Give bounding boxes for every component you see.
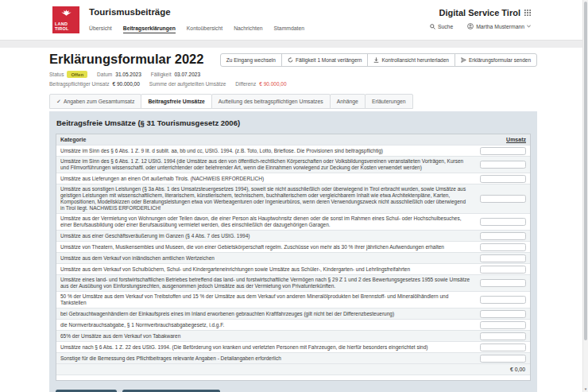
search-button[interactable]: Suche xyxy=(430,24,453,29)
umsatz-input[interactable] xyxy=(480,296,526,304)
umsatz-table: Kategorie Umsatz Umsätze im Sinn des § 6… xyxy=(56,134,531,381)
category-text: Umsätze aus Lieferungen an einen Ort auß… xyxy=(56,174,474,184)
col-kategorie: Kategorie xyxy=(56,134,474,145)
tab-gesamtumsatz[interactable]: ✓ Angaben zum Gesamtumsatz xyxy=(49,94,141,109)
category-text: Umsätze aus der Vermietung von Wohnungen… xyxy=(56,214,474,230)
umsatz-input[interactable] xyxy=(480,332,526,340)
form-tabs: ✓ Angaben zum Gesamtumsatz Beitragsfreie… xyxy=(49,94,537,109)
table-row: Umsätze aus der Vermietung von Wohnungen… xyxy=(56,213,530,230)
scrollbar-down-arrow[interactable]: ▼ xyxy=(583,386,588,392)
table-row: 50 % der Umsätze aus dem Verkauf von Tre… xyxy=(56,291,530,308)
logo-text: LAND TIROL xyxy=(52,21,79,31)
scrollbar[interactable]: ▼ xyxy=(582,0,588,392)
table-row: Umsätze aus dem Verkauf von Schulbüchern… xyxy=(56,263,530,274)
nav-item-nachrichten[interactable]: Nachrichten xyxy=(234,25,262,33)
umsatz-input[interactable] xyxy=(480,243,526,251)
table-total-row: € 0,00 xyxy=(56,363,530,375)
category-text: Umsätze nach § 6 Abs. 1 Z. 22 des UStG. … xyxy=(56,343,474,352)
umsatz-input[interactable] xyxy=(480,175,526,183)
land-tirol-logo: LAND TIROL xyxy=(52,6,79,33)
user-icon xyxy=(467,23,474,29)
table-footer-row xyxy=(56,375,530,380)
app-grid-icon[interactable] xyxy=(524,10,531,16)
extend-due-date-button[interactable]: Fälligkeit 1 Monat verlängern xyxy=(281,53,368,67)
tab-anhaenge[interactable]: Anhänge xyxy=(330,94,366,109)
beitragsfreie-umsaetze-panel: Beitragsfreie Umsätze (§ 31 Tourismusges… xyxy=(49,111,537,392)
umsatz-input[interactable] xyxy=(480,321,526,329)
service-title: Digital Service Tirol xyxy=(439,8,520,17)
table-row: Sonstige für die Bemessung des Pflichtbe… xyxy=(56,352,530,363)
refresh-icon xyxy=(288,57,293,63)
faelligkeit-value: 03.07.2023 xyxy=(174,72,200,77)
umsatz-input[interactable] xyxy=(480,254,526,262)
table-row: die Normverbrauchsabgabe, § 1 Normverbra… xyxy=(56,319,530,330)
category-text: Sonstige für die Bemessung des Pflichtbe… xyxy=(56,354,474,363)
status-badge: Offen xyxy=(67,71,87,78)
table-row: Umsätze im Sinn des § 6 Abs. 1 Z. 9 lit.… xyxy=(56,145,530,156)
category-text: Umsätze aus einer Geschäftsveräußerung i… xyxy=(56,231,474,241)
chevron-down-icon xyxy=(527,25,531,28)
category-text: Umsätze aus dem Verkauf von Schulbüchern… xyxy=(56,265,474,274)
switch-to-inbox-button[interactable]: Zu Eingang wechseln xyxy=(220,53,282,67)
tab-label: Beitragsfreie Umsätze xyxy=(148,99,204,104)
download-control-view-button[interactable]: Kontrollansicht herunterladen xyxy=(367,53,455,67)
button-label: Zu Eingang wechseln xyxy=(226,57,276,63)
nav-item-stammdaten[interactable]: Stammdaten xyxy=(273,25,304,33)
tirol-eagle-icon xyxy=(52,9,79,17)
datum-label: Datum xyxy=(97,72,112,77)
col-umsatz[interactable]: Umsatz xyxy=(474,134,530,145)
table-row: Umsätze aus sonstigen Leistungen (§ 3a A… xyxy=(56,184,530,213)
tab-erlaeuterungen[interactable]: Erläuterungen xyxy=(365,94,413,109)
category-text: Umsätze im Sinn des § 6 Abs. 1 Z. 12 USt… xyxy=(56,157,474,173)
header-divider xyxy=(0,40,588,48)
faelligkeit-label: Fälligkeit xyxy=(151,72,172,77)
status-label: Status xyxy=(49,72,64,77)
tab-label: Erläuterungen xyxy=(372,99,406,104)
table-row: Umsätze von Theatern, Musikensembles und… xyxy=(56,241,530,252)
umsatz-input[interactable] xyxy=(480,355,526,363)
category-text: Umsätze von Theatern, Musikensembles und… xyxy=(56,243,474,252)
table-row: Umsätze aus einer Geschäftsveräußerung i… xyxy=(56,230,530,241)
page: LAND TIROL Tourismusbeiträge Übersicht B… xyxy=(0,0,588,392)
tab-label: Anhänge xyxy=(337,99,358,104)
category-text: bei Gebrauchtwagenhändlern der Einkaufsp… xyxy=(56,309,474,319)
service-title-row: Digital Service Tirol xyxy=(430,8,531,17)
umsatz-input[interactable] xyxy=(480,310,526,318)
category-text: Umsätze aus sonstigen Leistungen (§ 3a A… xyxy=(56,184,474,213)
table-row: Umsätze aus Lieferungen an einen Ort auß… xyxy=(56,173,530,184)
category-text: die Normverbrauchsabgabe, § 1 Normverbra… xyxy=(56,320,474,330)
header-right: Digital Service Tirol Suc xyxy=(430,8,531,29)
nav-item-uebersicht[interactable]: Übersicht xyxy=(89,25,112,33)
status-row: Status Offen Datum 31.05.2023 Fälligkeit… xyxy=(49,71,537,78)
tab-aufteilung[interactable]: Aufteilung des beitragspflichtigen Umsat… xyxy=(211,94,331,109)
umsatz-input[interactable] xyxy=(480,232,526,240)
total-value: € 0,00 xyxy=(510,367,525,372)
table-row: 65% der Umsätze aus dem Verkauf von Taba… xyxy=(56,330,530,341)
category-text: Umsätze aus dem Verkauf von inländischen… xyxy=(56,254,474,263)
tab-label: Aufteilung des beitragspflichtigen Umsat… xyxy=(219,99,323,104)
app-title: Tourismusbeiträge xyxy=(89,7,171,17)
nav-item-kontouebersicht[interactable]: Kontoübersicht xyxy=(187,25,222,33)
differenz-label: Differenz xyxy=(235,81,256,87)
check-icon: ✓ xyxy=(56,99,61,105)
umsatz-input[interactable] xyxy=(480,161,526,169)
tab-beitragsfreie-umsaetze[interactable]: Beitragsfreie Umsätze xyxy=(141,94,211,109)
umsatz-input[interactable] xyxy=(480,266,526,274)
scrollbar-thumb[interactable] xyxy=(584,2,587,340)
table-row: Umsätze nach § 6 Abs. 1 Z. 22 des UStG. … xyxy=(56,341,530,352)
table-row: Umsätze eines land- und forstwirtschaftl… xyxy=(56,274,530,291)
umsatz-input[interactable] xyxy=(480,279,526,287)
user-name: Martha Mustermann xyxy=(476,24,524,29)
umsatz-input[interactable] xyxy=(480,147,526,155)
send-declaration-button[interactable]: Erklärungsformular senden xyxy=(455,53,537,67)
user-menu[interactable]: Martha Mustermann xyxy=(467,23,531,29)
umsatz-input[interactable] xyxy=(480,343,526,351)
summe-label: Summe der aufgeteilten Umsätze xyxy=(149,81,226,87)
umsatz-input[interactable] xyxy=(480,218,526,226)
nav-item-beitragserklaerungen[interactable]: Beitragserklärungen xyxy=(123,25,176,33)
umsatz-input[interactable] xyxy=(480,195,526,203)
button-label: Kontrollansicht herunterladen xyxy=(381,57,449,63)
category-text: 50 % der Umsätze aus dem Verkauf von Tre… xyxy=(56,292,474,308)
amounts-row: Beitragspflichtiger Umsatz € 90.000,00 S… xyxy=(49,81,537,87)
send-icon xyxy=(461,57,466,63)
